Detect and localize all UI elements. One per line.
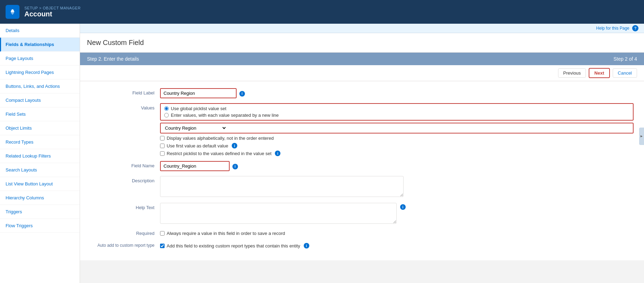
sidebar-item-fields-relationships[interactable]: Fields & Relationships (0, 38, 80, 52)
svg-rect-2 (11, 13, 14, 14)
field-name-field: i (160, 161, 634, 171)
radio-global-option: Use global picklist value set (164, 106, 629, 111)
checkbox-first-option: Use first value as default value i (160, 143, 634, 148)
sidebar-item-page-layouts[interactable]: Page Layouts (0, 52, 80, 66)
help-text-label: Help Text (90, 203, 160, 210)
sidebar-item-list-view-button-layout[interactable]: List View Button Layout (0, 177, 80, 191)
sidebar-item-hierarchy-columns[interactable]: Hierarchy Columns (0, 191, 80, 205)
radio-global-label[interactable]: Use global picklist value set (171, 106, 226, 111)
field-name-label: Field Name (90, 161, 160, 168)
checkbox-required-input[interactable] (160, 231, 165, 236)
required-field: Always require a value in this field in … (160, 229, 634, 236)
checkbox-restrict-option: Restrict picklist to the values defined … (160, 151, 634, 156)
radio-group: Use global picklist value set Enter valu… (160, 103, 634, 121)
radio-global-input[interactable] (164, 106, 169, 111)
description-row: Description (90, 176, 634, 198)
sidebar-item-buttons-links-actions[interactable]: Buttons, Links, and Actions (0, 79, 80, 93)
description-field (160, 176, 634, 198)
sidebar-item-triggers[interactable]: Triggers (0, 205, 80, 219)
checkbox-auto-report-input[interactable] (160, 244, 165, 248)
values-label: Values (90, 103, 160, 110)
checkbox-alpha-label[interactable]: Display values alphabetically, not in th… (167, 136, 274, 141)
field-name-input[interactable] (160, 161, 230, 171)
svg-rect-3 (12, 14, 13, 14)
auto-report-info-icon[interactable]: i (304, 243, 309, 248)
field-name-info-icon[interactable]: i (232, 164, 238, 169)
next-button[interactable]: Next (589, 68, 610, 78)
sidebar: Details Fields & Relationships Page Layo… (0, 24, 80, 283)
required-check-label[interactable]: Always require a value in this field in … (167, 231, 285, 236)
auto-report-label: Auto add to custom report type (90, 241, 160, 248)
field-label-input[interactable] (160, 88, 237, 98)
step-label: Step 2. Enter the details (87, 56, 139, 62)
required-label: Required (90, 229, 160, 236)
help-text-row: Help Text i (90, 203, 634, 224)
main-content: Help for this Page ? New Custom Field St… (80, 24, 644, 283)
dropdown-wrapper: Country Region (160, 123, 634, 133)
sidebar-item-details[interactable]: Details (0, 24, 80, 38)
description-textarea[interactable] (160, 176, 404, 197)
cancel-button[interactable]: Cancel (613, 68, 637, 78)
page-title: New Custom Field (87, 39, 637, 47)
collapse-handle[interactable]: ► (639, 128, 644, 145)
help-icon[interactable]: ? (632, 25, 638, 31)
required-checkbox-option: Always require a value in this field in … (160, 231, 634, 236)
radio-enter-label[interactable]: Enter values, with each value separated … (171, 113, 279, 118)
salesforce-logo (6, 5, 19, 19)
header: SETUP > OBJECT MANAGER Account (0, 0, 644, 24)
auto-report-checkbox-option: Add this field to existing custom report… (160, 243, 634, 248)
values-row: Values Use global picklist value set Ent… (90, 103, 634, 156)
field-name-row: Field Name i (90, 161, 634, 171)
sidebar-item-flow-triggers[interactable]: Flow Triggers (0, 219, 80, 233)
help-link[interactable]: Help for this Page (596, 26, 629, 31)
form-area: Field Label i Values Use global picklist… (80, 81, 644, 260)
breadcrumb-object-manager[interactable]: OBJECT MANAGER (43, 6, 81, 10)
auto-report-field: Add this field to existing custom report… (160, 241, 634, 248)
values-field: Use global picklist value set Enter valu… (160, 103, 634, 156)
sidebar-item-field-sets[interactable]: Field Sets (0, 107, 80, 121)
checkbox-alpha-input[interactable] (160, 136, 165, 140)
required-row: Required Always require a value in this … (90, 229, 634, 236)
help-text-field: i (160, 203, 634, 224)
checkbox-restrict-info-icon[interactable]: i (275, 151, 280, 156)
header-text: SETUP > OBJECT MANAGER Account (24, 6, 81, 18)
action-bar: Previous Next Cancel (80, 65, 644, 81)
checkbox-first-input[interactable] (160, 144, 165, 148)
sidebar-item-related-lookup-filters[interactable]: Related Lookup Filters (0, 149, 80, 163)
checkbox-first-info-icon[interactable]: i (232, 143, 237, 148)
step-bar: Step 2. Enter the details Step 2 of 4 (80, 53, 644, 65)
sidebar-item-search-layouts[interactable]: Search Layouts (0, 163, 80, 177)
field-label-row: Field Label i (90, 88, 634, 98)
checkbox-restrict-label[interactable]: Restrict picklist to the values defined … (167, 151, 271, 156)
auto-report-row: Auto add to custom report type Add this … (90, 241, 634, 248)
help-bar: Help for this Page ? (80, 24, 644, 33)
sidebar-item-record-types[interactable]: Record Types (0, 135, 80, 149)
collapse-icon: ► (640, 134, 643, 138)
radio-enter-input[interactable] (164, 113, 169, 117)
header-title: Account (24, 10, 81, 18)
previous-button[interactable]: Previous (558, 68, 586, 78)
help-text-textarea[interactable] (160, 203, 397, 224)
values-dropdown[interactable]: Country Region (161, 123, 227, 133)
app-body: Details Fields & Relationships Page Layo… (0, 24, 644, 283)
field-label-info-icon[interactable]: i (239, 91, 245, 97)
sidebar-item-lightning-record-pages[interactable]: Lightning Record Pages (0, 66, 80, 79)
checkbox-first-label[interactable]: Use first value as default value (167, 143, 228, 148)
page-title-bar: New Custom Field (80, 33, 644, 53)
checkbox-alpha-option: Display values alphabetically, not in th… (160, 136, 634, 141)
field-label-field: i (160, 88, 634, 98)
field-label-label: Field Label (90, 88, 160, 95)
sidebar-item-object-limits[interactable]: Object Limits (0, 121, 80, 135)
sidebar-item-compact-layouts[interactable]: Compact Layouts (0, 93, 80, 107)
auto-report-check-label[interactable]: Add this field to existing custom report… (167, 243, 300, 248)
help-text-info-icon[interactable]: i (400, 204, 406, 210)
svg-rect-1 (11, 12, 14, 13)
step-indicator: Step 2 of 4 (613, 56, 637, 62)
breadcrumb-setup[interactable]: SETUP (24, 6, 38, 10)
breadcrumb-separator: > (39, 6, 43, 10)
description-label: Description (90, 176, 160, 183)
radio-enter-option: Enter values, with each value separated … (164, 113, 629, 118)
breadcrumb: SETUP > OBJECT MANAGER (24, 6, 81, 10)
checkbox-restrict-input[interactable] (160, 151, 165, 156)
